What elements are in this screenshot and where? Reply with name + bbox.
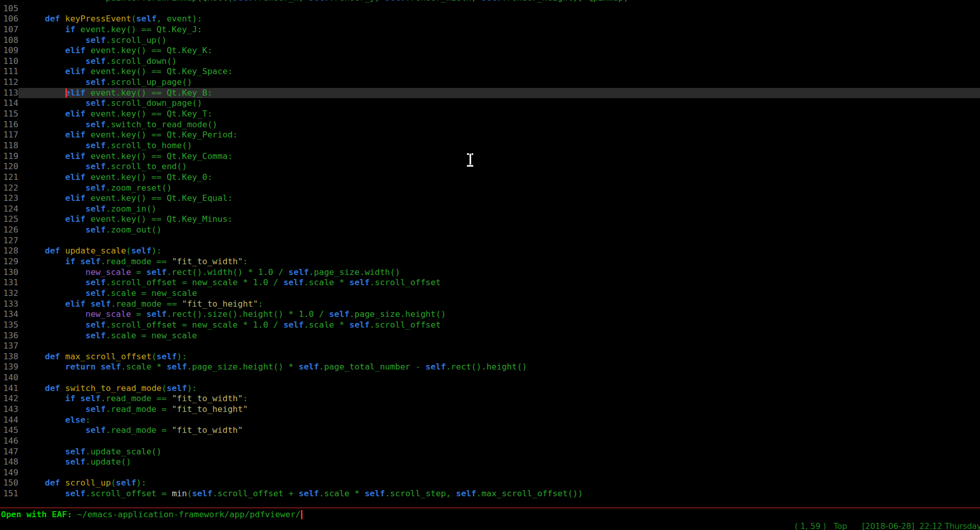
code-text: self.switch_to_read_mode() <box>25 120 218 130</box>
code-line[interactable]: 149 <box>0 468 980 478</box>
line-number: 105 <box>0 4 18 14</box>
code-line[interactable]: 111 elif event.key() == Qt.Key_Space: <box>0 66 980 77</box>
code-text: self.scroll_down_page() <box>25 98 202 109</box>
code-line[interactable]: 122 self.zoom_reset() <box>0 183 980 194</box>
code-line[interactable]: 135 self.scroll_offset = new_scale * 1.0… <box>0 320 980 331</box>
code-text: self.scroll_up_page() <box>25 77 192 88</box>
line-number <box>0 0 18 4</box>
line-number: 128 <box>0 246 18 257</box>
code-line[interactable]: 138 def max_scroll_offset(self): <box>0 352 980 362</box>
code-text: elif event.key() == Qt.Key_K: <box>25 45 213 56</box>
line-number: 135 <box>0 320 18 331</box>
code-line[interactable]: 109 elif event.key() == Qt.Key_K: <box>0 45 980 56</box>
line-number: 127 <box>0 236 18 246</box>
line-number: 132 <box>0 288 18 299</box>
line-number: 119 <box>0 151 18 162</box>
line-number: 147 <box>0 447 18 457</box>
code-text: self.update() <box>25 457 131 468</box>
line-number: 148 <box>0 457 18 468</box>
code-line[interactable]: 142 if self.read_mode == "fit_to_width": <box>0 394 980 404</box>
code-line[interactable]: 118 self.scroll_to_home() <box>0 141 980 151</box>
minibuffer-input[interactable]: ~/emacs-application-framework/app/pdfvie… <box>77 510 300 519</box>
code-line[interactable]: 107 if event.key() == Qt.Key_J: <box>0 25 980 35</box>
line-number: 108 <box>0 35 18 46</box>
code-text: if self.read_mode == "fit_to_width": <box>25 257 248 267</box>
code-line-partial[interactable]: painter.drawPixmap(QRect(self.render_x, … <box>0 0 980 4</box>
code-line[interactable]: 146 <box>0 436 980 447</box>
line-number: 115 <box>0 109 18 120</box>
code-text: self.scroll_offset = new_scale * 1.0 / s… <box>25 320 441 331</box>
editor-buffer[interactable]: painter.drawPixmap(QRect(self.render_x, … <box>0 0 980 499</box>
code-line[interactable]: 141 def switch_to_read_mode(self): <box>0 383 980 394</box>
code-text: elif self.read_mode == "fit_to_height": <box>25 299 263 310</box>
code-line[interactable]: 124 self.zoom_in() <box>0 204 980 215</box>
line-number: 131 <box>0 278 18 288</box>
line-number: 112 <box>0 77 18 88</box>
code-text: self.zoom_out() <box>25 225 161 236</box>
code-line[interactable]: 128 def update_scale(self): <box>0 246 980 257</box>
code-text: self.scroll_to_end() <box>25 162 187 172</box>
code-text: def update_scale(self): <box>25 246 161 257</box>
line-number: 144 <box>0 415 18 426</box>
code-line[interactable]: 131 self.scroll_offset = new_scale * 1.0… <box>0 278 980 288</box>
code-line[interactable]: 137 <box>0 341 980 352</box>
text-cursor <box>65 88 67 98</box>
code-line[interactable]: 125 elif event.key() == Qt.Key_Minus: <box>0 214 980 225</box>
code-line[interactable]: 106 def keyPressEvent(self, event): <box>0 14 980 25</box>
code-line[interactable]: 108 self.scroll_up() <box>0 35 980 46</box>
line-number: 134 <box>0 309 18 320</box>
code-text: def keyPressEvent(self, event): <box>25 14 202 25</box>
line-number: 110 <box>0 56 18 67</box>
code-line[interactable]: 144 else: <box>0 415 980 426</box>
code-line[interactable]: 114 self.scroll_down_page() <box>0 98 980 109</box>
code-text: else: <box>25 415 90 426</box>
code-line[interactable]: 145 self.read_mode = "fit_to_width" <box>0 425 980 436</box>
code-line[interactable]: 143 self.read_mode = "fit_to_height" <box>0 404 980 415</box>
code-line[interactable]: 127 <box>0 236 980 246</box>
code-line[interactable]: 150 def scroll_up(self): <box>0 478 980 489</box>
code-line[interactable]: 117 elif event.key() == Qt.Key_Period: <box>0 130 980 141</box>
code-line[interactable]: 147 self.update_scale() <box>0 447 980 457</box>
code-line[interactable]: 140 <box>0 373 980 383</box>
code-text: elif event.key() == Qt.Key_Space: <box>25 66 232 77</box>
code-line[interactable]: 113 elif event.key() == Qt.Key_B: <box>0 88 980 99</box>
code-line[interactable]: 115 elif event.key() == Qt.Key_T: <box>0 109 980 120</box>
line-number: 139 <box>0 362 18 373</box>
code-line[interactable]: 116 self.switch_to_read_mode() <box>0 120 980 130</box>
ibeam-stem <box>470 154 471 166</box>
line-number: 117 <box>0 130 18 141</box>
code-line[interactable]: 110 self.scroll_down() <box>0 56 980 67</box>
code-line[interactable]: 112 self.scroll_up_page() <box>0 77 980 88</box>
line-number: 109 <box>0 45 18 56</box>
line-number: 142 <box>0 394 18 404</box>
code-line[interactable]: 136 self.scale = new_scale <box>0 331 980 341</box>
line-number: 122 <box>0 183 18 194</box>
minibuffer[interactable]: Open with EAF: ~/emacs-application-frame… <box>1 509 302 520</box>
code-text: elif event.key() == Qt.Key_Minus: <box>25 214 232 225</box>
code-line[interactable]: 134 new_scale = self.rect().size().heigh… <box>0 309 980 320</box>
code-line[interactable]: 148 self.update() <box>0 457 980 468</box>
code-line[interactable]: 119 elif event.key() == Qt.Key_Comma: <box>0 151 980 162</box>
line-number: 125 <box>0 214 18 225</box>
code-line[interactable]: 126 self.zoom_out() <box>0 225 980 236</box>
code-line[interactable]: 129 if self.read_mode == "fit_to_width": <box>0 257 980 267</box>
code-line[interactable]: 132 self.scale = new_scale <box>0 288 980 299</box>
line-number: 129 <box>0 257 18 267</box>
code-line[interactable]: 105 <box>0 4 980 14</box>
code-line[interactable]: 120 self.scroll_to_end() <box>0 162 980 172</box>
code-text: elif event.key() == Qt.Key_Period: <box>25 130 238 141</box>
code-text: elif event.key() == Qt.Key_Comma: <box>25 151 232 162</box>
code-line[interactable]: 130 new_scale = self.rect().width() * 1.… <box>0 267 980 278</box>
code-line[interactable]: 133 elif self.read_mode == "fit_to_heigh… <box>0 299 980 310</box>
line-number: 141 <box>0 383 18 394</box>
code-line[interactable]: 139 return self.scale * self.page_size.h… <box>0 362 980 373</box>
code-text: self.read_mode = "fit_to_width" <box>25 425 243 436</box>
line-number: 136 <box>0 331 18 341</box>
code-line[interactable]: 151 self.scroll_offset = min(self.scroll… <box>0 489 980 499</box>
code-text: self.scroll_up() <box>25 35 167 46</box>
code-line[interactable]: 123 elif event.key() == Qt.Key_Equal: <box>0 193 980 204</box>
line-number: 123 <box>0 193 18 204</box>
line-number: 106 <box>0 14 18 25</box>
code-text: self.zoom_in() <box>25 204 156 215</box>
code-line[interactable]: 121 elif event.key() == Qt.Key_0: <box>0 172 980 183</box>
